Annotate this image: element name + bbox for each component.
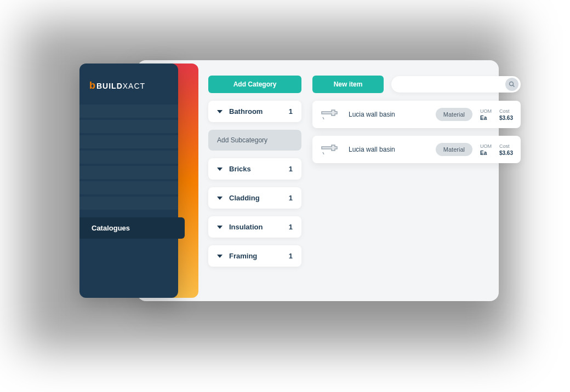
- category-label: Cladding: [229, 194, 289, 202]
- category-label: Framing: [229, 252, 289, 260]
- svg-line-3: [323, 152, 324, 154]
- add-subcategory-button[interactable]: Add Subcategory: [208, 130, 301, 151]
- uom-label: UOM: [480, 143, 492, 149]
- sidebar-item[interactable]: [79, 105, 178, 118]
- uom-value: Ea: [480, 115, 492, 121]
- category-label: Insulation: [229, 223, 289, 231]
- item-tag: Material: [436, 143, 472, 156]
- sidebar-item-label: Catalogues: [92, 224, 130, 232]
- category-count: 1: [289, 194, 293, 202]
- category-row[interactable]: Bricks 1: [208, 158, 301, 180]
- item-name: Lucia wall basin: [349, 146, 428, 153]
- item-tag: Material: [436, 108, 472, 121]
- svg-line-2: [323, 117, 324, 119]
- category-count: 1: [289, 165, 293, 173]
- svg-line-1: [513, 85, 515, 87]
- category-count: 1: [289, 223, 293, 231]
- items-header: New item: [312, 76, 521, 93]
- category-count: 1: [289, 107, 293, 116]
- uom-value: Ea: [480, 150, 492, 156]
- cost-label: Cost: [499, 108, 513, 114]
- cost-info: Cost $3.63: [499, 108, 513, 121]
- brand-name-light: XACT: [123, 82, 145, 90]
- chevron-down-icon: [217, 226, 223, 229]
- cost-value: $3.63: [499, 115, 513, 121]
- brand-logo: b BUILDXACT: [79, 74, 178, 105]
- category-label: Bathroom: [229, 107, 289, 116]
- uom-info: UOM Ea: [480, 143, 492, 156]
- new-item-button[interactable]: New item: [312, 76, 384, 93]
- chevron-down-icon: [217, 197, 223, 200]
- category-row[interactable]: Cladding 1: [208, 187, 301, 209]
- category-label: Bricks: [229, 165, 289, 173]
- category-column: Add Category Bathroom 1 Add Subcategory …: [208, 76, 301, 267]
- sidebar-item[interactable]: [79, 181, 178, 194]
- brand-icon: b: [89, 80, 95, 91]
- chevron-down-icon: [217, 168, 223, 171]
- cost-info: Cost $3.63: [499, 143, 513, 156]
- items-column: New item Lucia wall basin Material: [312, 76, 521, 267]
- sidebar-nav: Catalogues: [79, 105, 178, 239]
- content-area: Add Category Bathroom 1 Add Subcategory …: [208, 60, 521, 267]
- search-input[interactable]: [391, 76, 521, 93]
- category-row[interactable]: Bathroom 1: [208, 101, 301, 122]
- category-row[interactable]: Insulation 1: [208, 216, 301, 238]
- category-count: 1: [289, 252, 293, 260]
- sidebar-item[interactable]: [79, 151, 178, 164]
- sidebar-item[interactable]: [79, 120, 178, 133]
- item-name: Lucia wall basin: [349, 111, 428, 118]
- chevron-down-icon: [217, 255, 223, 258]
- uom-label: UOM: [480, 108, 492, 114]
- sidebar-item[interactable]: [79, 197, 178, 210]
- sidebar-item[interactable]: [79, 135, 178, 148]
- faucet-icon: [320, 141, 341, 158]
- sidebar-item[interactable]: [79, 166, 178, 179]
- svg-point-0: [510, 82, 514, 86]
- sidebar-item-catalogues[interactable]: Catalogues: [79, 217, 185, 239]
- item-row[interactable]: Lucia wall basin Material UOM Ea Cost $3…: [312, 101, 521, 128]
- search-icon: [505, 78, 518, 91]
- add-category-button[interactable]: Add Category: [208, 76, 301, 93]
- cost-label: Cost: [499, 143, 513, 149]
- brand-name-bold: BUILD: [96, 82, 123, 90]
- sidebar: b BUILDXACT Catalogues: [79, 64, 178, 298]
- category-row[interactable]: Framing 1: [208, 245, 301, 267]
- uom-info: UOM Ea: [480, 108, 492, 121]
- chevron-down-icon: [217, 110, 223, 113]
- faucet-icon: [320, 106, 341, 123]
- cost-value: $3.63: [499, 150, 513, 156]
- item-row[interactable]: Lucia wall basin Material UOM Ea Cost $3…: [312, 136, 521, 163]
